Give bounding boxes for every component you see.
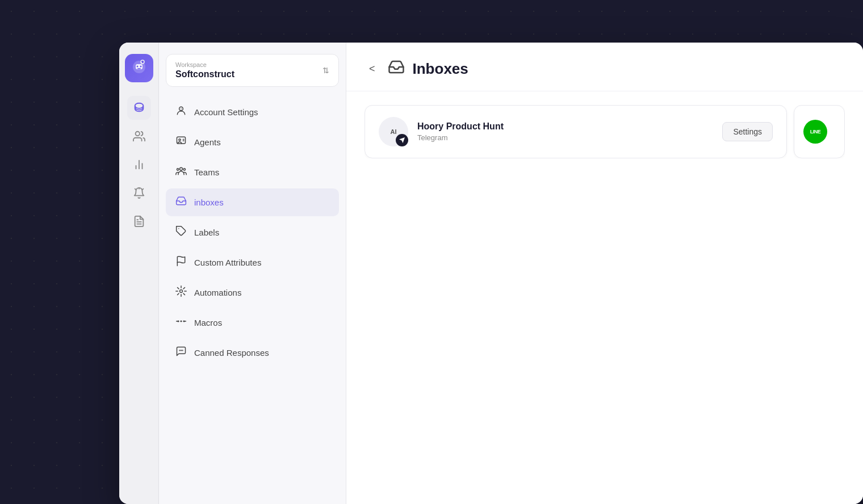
sidebar-item-reports-icon[interactable] (127, 153, 151, 177)
sidebar-item-agents-label: Agents (194, 137, 221, 147)
svg-point-20 (183, 169, 185, 170)
sidebar-item-macros-label: Macros (194, 318, 222, 327)
workspace-selector[interactable]: Workspace Softconstruct ⇅ (166, 54, 339, 87)
svg-point-7 (135, 103, 143, 108)
sidebar-item-canned-responses[interactable]: Canned Responses (166, 339, 339, 367)
workspace-name: Softconstruct (175, 69, 234, 79)
svg-point-28 (181, 350, 182, 351)
logo-icon: 1 (131, 58, 147, 78)
icon-bar: 1 (119, 43, 159, 504)
inbox-info-hoory: Hoory Product Hunt Telegram (417, 121, 713, 142)
labels-icon (175, 225, 187, 240)
sidebar-item-custom-attributes-label: Custom Attributes (194, 258, 261, 267)
svg-point-27 (179, 350, 180, 351)
inbox-name: Hoory Product Hunt (417, 121, 713, 132)
sidebar-item-team-icon[interactable] (127, 124, 151, 148)
inbox-settings-button[interactable]: Settings (722, 122, 773, 141)
sidebar-item-automations[interactable]: Automations (166, 279, 339, 306)
svg-point-3 (140, 66, 141, 68)
sidebar-item-canned-responses-label: Canned Responses (194, 348, 269, 358)
svg-point-23 (180, 290, 183, 293)
sidebar-item-automations-label: Automations (194, 288, 241, 297)
svg-point-18 (180, 167, 183, 170)
app-logo[interactable]: 1 (125, 54, 153, 82)
page-title: Inboxes (413, 60, 468, 78)
custom-attributes-icon (175, 255, 187, 270)
teams-icon (175, 165, 187, 179)
settings-sidebar: Workspace Softconstruct ⇅ Account Settin… (159, 43, 346, 504)
sidebar-item-macros[interactable]: Macros (166, 309, 339, 337)
line-badge: LINE (803, 120, 827, 144)
inbox-page-icon (388, 58, 405, 79)
sidebar-item-labels[interactable]: Labels (166, 219, 339, 246)
agents-icon (175, 135, 187, 149)
sidebar-item-inbox-icon[interactable] (127, 96, 151, 120)
sidebar-item-teams[interactable]: Teams (166, 158, 339, 186)
sidebar-item-notes-icon[interactable] (127, 209, 151, 233)
svg-rect-4 (137, 68, 141, 69)
sidebar-item-account-settings[interactable]: Account Settings (166, 98, 339, 126)
workspace-chevron-icon: ⇅ (322, 66, 329, 75)
inboxes-list: AI Hoory Product Hunt Telegram Settings (346, 91, 863, 172)
sidebar-item-custom-attributes[interactable]: Custom Attributes (166, 249, 339, 276)
back-button[interactable]: < (365, 61, 380, 77)
sidebar-item-account-settings-label: Account Settings (194, 107, 258, 117)
svg-point-8 (135, 132, 139, 136)
svg-point-29 (182, 350, 183, 351)
svg-point-2 (136, 66, 138, 68)
svg-point-24 (181, 321, 182, 322)
page-header: < Inboxes (346, 43, 863, 91)
svg-point-17 (179, 139, 181, 141)
sidebar-item-agents[interactable]: Agents (166, 128, 339, 156)
svg-point-19 (177, 169, 179, 170)
canned-responses-icon (175, 346, 187, 360)
sidebar-item-labels-label: Labels (194, 228, 219, 237)
inbox-avatar-hoory: AI (379, 117, 408, 146)
sidebar-item-inboxes-label: inboxes (194, 198, 224, 207)
account-settings-icon (175, 105, 187, 119)
main-content: < Inboxes AI (346, 43, 863, 504)
inbox-card-hoory: AI Hoory Product Hunt Telegram Settings (365, 105, 787, 158)
inbox-card-partial: LINE (794, 105, 845, 158)
sidebar-item-inboxes[interactable]: inboxes (166, 188, 339, 216)
inboxes-icon (175, 195, 187, 209)
macros-icon (175, 316, 187, 330)
sidebar-item-teams-label: Teams (194, 167, 219, 177)
line-badge-text: LINE (810, 129, 821, 135)
sidebar-item-notifications-icon[interactable] (127, 181, 151, 205)
workspace-label: Workspace (175, 61, 234, 68)
inbox-type: Telegram (417, 133, 713, 142)
automations-icon (175, 285, 187, 300)
